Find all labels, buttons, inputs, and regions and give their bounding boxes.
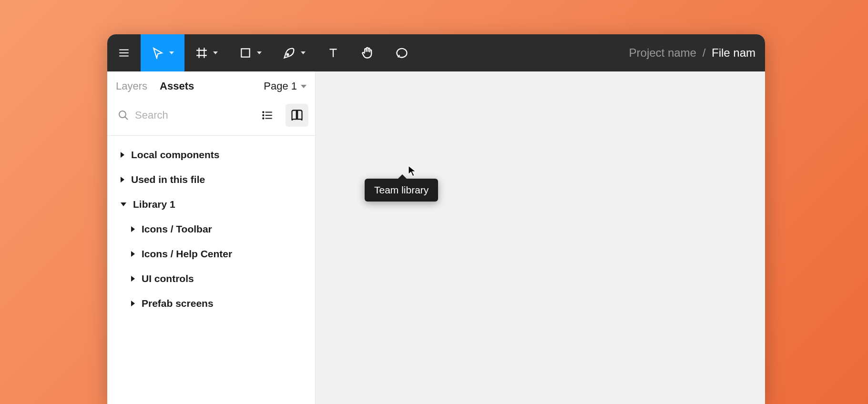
- tree-item[interactable]: Prefab screens: [107, 291, 315, 316]
- tree-item[interactable]: Used in this file: [107, 167, 315, 192]
- svg-point-18: [263, 118, 264, 119]
- pen-icon: [283, 46, 296, 60]
- search-field[interactable]: [118, 109, 249, 121]
- rectangle-icon: [239, 46, 252, 60]
- project-name: Project name: [629, 46, 696, 59]
- cursor-icon: [151, 46, 164, 60]
- triangle-right-icon: [131, 276, 135, 282]
- hand-icon: [361, 46, 374, 60]
- search-icon: [118, 110, 129, 121]
- move-tool-button[interactable]: [141, 34, 184, 71]
- tree-item[interactable]: UI controls: [107, 266, 315, 291]
- team-library-button[interactable]: [286, 104, 308, 127]
- chevron-down-icon: [301, 85, 306, 88]
- tree-item-label: Icons / Help Center: [142, 248, 232, 260]
- text-icon: [327, 46, 340, 60]
- svg-point-11: [119, 111, 126, 118]
- page-selector[interactable]: Page 1: [264, 80, 306, 92]
- tree-item[interactable]: Icons / Help Center: [107, 242, 315, 266]
- tree-item[interactable]: Local components: [107, 142, 315, 167]
- main-menu-button[interactable]: [107, 34, 141, 71]
- app-window: Project name / File nam Layers Assets Pa…: [107, 34, 765, 404]
- tree-item-label: Library 1: [133, 199, 175, 210]
- comment-tool-button[interactable]: [385, 34, 419, 71]
- svg-line-12: [125, 117, 128, 120]
- pen-tool-button[interactable]: [272, 34, 316, 71]
- tab-layers[interactable]: Layers: [116, 80, 147, 92]
- assets-search-row: [107, 99, 315, 136]
- file-name: File nam: [712, 46, 756, 59]
- tree-item[interactable]: Library 1: [107, 192, 315, 217]
- chevron-down-icon: [301, 51, 306, 54]
- breadcrumb[interactable]: Project name / File nam: [629, 46, 765, 60]
- assets-tree: Local componentsUsed in this fileLibrary…: [107, 136, 315, 323]
- chevron-down-icon: [213, 51, 218, 54]
- triangle-right-icon: [121, 177, 124, 182]
- tree-item-label: Local components: [131, 149, 220, 161]
- page-label: Page 1: [264, 80, 297, 92]
- tree-item-label: UI controls: [142, 273, 194, 284]
- workspace: Layers Assets Page 1: [107, 71, 765, 404]
- search-input[interactable]: [135, 109, 249, 121]
- tree-item-label: Used in this file: [131, 174, 205, 185]
- shape-tool-button[interactable]: [228, 34, 272, 71]
- tooltip-team-library: Team library: [365, 179, 438, 202]
- chevron-down-icon: [169, 51, 174, 54]
- svg-rect-7: [241, 49, 249, 57]
- hamburger-icon: [118, 46, 130, 60]
- triangle-right-icon: [131, 226, 135, 232]
- top-toolbar: Project name / File nam: [107, 34, 765, 71]
- svg-point-8: [287, 54, 289, 56]
- tree-item-label: Icons / Toolbar: [142, 223, 212, 235]
- hand-tool-button[interactable]: [350, 34, 385, 71]
- tree-item-label: Prefab screens: [142, 298, 214, 309]
- svg-point-17: [263, 115, 264, 116]
- triangle-right-icon: [131, 301, 135, 306]
- text-tool-button[interactable]: [316, 34, 350, 71]
- breadcrumb-separator: /: [703, 46, 706, 59]
- frame-icon: [195, 46, 208, 60]
- svg-point-16: [263, 111, 264, 112]
- comment-icon: [395, 46, 408, 60]
- list-icon: [261, 109, 274, 121]
- list-view-button[interactable]: [256, 104, 279, 127]
- left-sidebar: Layers Assets Page 1: [107, 71, 316, 404]
- book-icon: [290, 109, 304, 122]
- canvas[interactable]: [316, 71, 765, 404]
- triangle-down-icon: [121, 202, 126, 206]
- chevron-down-icon: [257, 51, 262, 54]
- tab-assets[interactable]: Assets: [160, 80, 194, 92]
- tree-item[interactable]: Icons / Toolbar: [107, 217, 315, 242]
- triangle-right-icon: [121, 152, 124, 158]
- frame-tool-button[interactable]: [184, 34, 228, 71]
- sidebar-tabs: Layers Assets Page 1: [107, 71, 315, 99]
- triangle-right-icon: [131, 251, 135, 257]
